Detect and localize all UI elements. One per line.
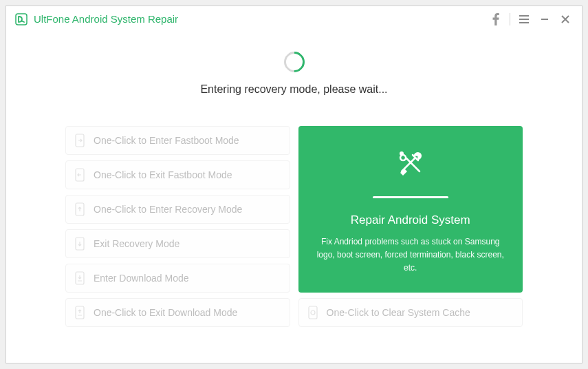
title-controls (486, 10, 575, 29)
svg-point-10 (311, 310, 315, 315)
exit-recovery-button: Exit Recovery Mode (65, 229, 290, 258)
clear-cache-button: One-Click to Clear System Cache (298, 298, 523, 327)
exit-download-button: One-Click to Exit Download Mode (65, 298, 290, 327)
left-column: One-Click to Enter Fastboot Mode One-Cli… (65, 126, 290, 327)
spinner-icon (279, 48, 308, 76)
option-label: One-Click to Exit Download Mode (94, 307, 237, 318)
status-message: Entering recovery mode, please wait... (200, 83, 387, 96)
svg-point-8 (400, 151, 404, 156)
title-left: UltFone Android System Repair (14, 12, 178, 26)
option-label: One-Click to Clear System Cache (327, 307, 470, 318)
close-button[interactable] (556, 10, 575, 29)
card-description: Fix Andriod problems such as stuck on Sa… (312, 235, 510, 275)
facebook-icon[interactable] (486, 10, 505, 29)
phone-arrow-left-icon (74, 168, 87, 182)
svg-rect-9 (309, 306, 317, 319)
app-title: UltFone Android System Repair (34, 13, 178, 25)
divider (510, 13, 510, 25)
titlebar: UltFone Android System Repair (6, 6, 582, 32)
phone-download-icon (74, 271, 87, 285)
minimize-button[interactable] (535, 10, 554, 29)
svg-rect-0 (16, 14, 27, 25)
enter-recovery-button: One-Click to Enter Recovery Mode (65, 195, 290, 224)
repair-system-card[interactable]: Repair Android System Fix Andriod proble… (298, 126, 523, 293)
svg-rect-1 (541, 19, 548, 20)
option-label: Enter Download Mode (94, 273, 189, 284)
app-logo-icon (14, 12, 28, 26)
tools-icon (392, 144, 429, 184)
enter-download-button: Enter Download Mode (65, 264, 290, 293)
content-area: Entering recovery mode, please wait... O… (6, 32, 582, 327)
phone-clear-icon (307, 306, 320, 319)
status-section: Entering recovery mode, please wait... (6, 52, 582, 96)
enter-fastboot-button: One-Click to Enter Fastboot Mode (65, 126, 290, 155)
option-label: One-Click to Enter Fastboot Mode (94, 135, 239, 146)
menu-icon[interactable] (514, 10, 534, 29)
options-grid: One-Click to Enter Fastboot Mode One-Cli… (6, 126, 582, 327)
exit-fastboot-button: One-Click to Exit Fastboot Mode (65, 160, 290, 189)
phone-arrow-right-icon (74, 134, 87, 147)
card-title: Repair Android System (351, 213, 470, 227)
phone-upload-icon (74, 306, 87, 319)
phone-arrow-up-icon (74, 202, 87, 216)
option-label: One-Click to Enter Recovery Mode (94, 204, 242, 215)
phone-arrow-down-icon (74, 237, 87, 251)
card-divider (373, 196, 448, 198)
option-label: One-Click to Exit Fastboot Mode (94, 169, 232, 180)
option-label: Exit Recovery Mode (94, 238, 179, 249)
app-window: UltFone Android System Repair Entering r… (6, 6, 582, 363)
right-column: Repair Android System Fix Andriod proble… (298, 126, 523, 327)
